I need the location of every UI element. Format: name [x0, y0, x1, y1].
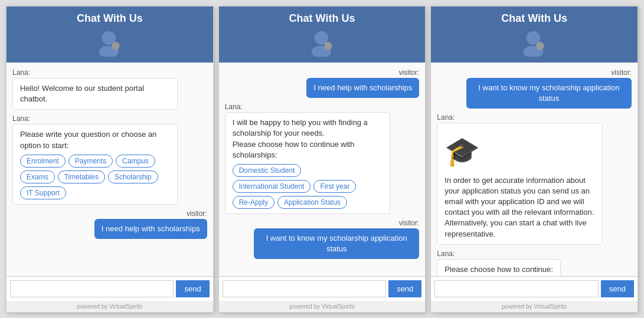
option-timetables[interactable]: Timetables: [58, 171, 105, 183]
option-buttons-2: Domestic Student International Student F…: [233, 164, 383, 209]
powered-by-3: powered by VirtualSpirits: [431, 301, 638, 312]
option-enrolment[interactable]: Enrolment: [20, 155, 66, 168]
sender-label: Lana:: [12, 114, 30, 123]
powered-by-1: powered by VirtualSpirits: [6, 301, 213, 312]
lana-bubble: Hello! Welcome to our student portal cha…: [12, 78, 178, 110]
chat-widget-3: Chat With Us visitor: I want to know my …: [430, 6, 638, 313]
visitor-bubble: I need help with scholarships: [94, 219, 207, 239]
avatar-icon-2: [308, 27, 337, 57]
chat-header-1: Chat With Us: [6, 6, 213, 63]
option-app-status[interactable]: Application Status: [277, 196, 347, 209]
option-first-year[interactable]: First year: [313, 180, 356, 193]
chat-messages-3: visitor: I want to know my scholarship a…: [431, 63, 638, 276]
option-domestic[interactable]: Domestic Student: [233, 164, 302, 177]
message-row: Lana: 🎓 In order to get accurate informa…: [437, 113, 632, 244]
message-row: visitor: I need help with scholarships: [12, 209, 207, 239]
send-button-3[interactable]: send: [601, 280, 634, 297]
powered-by-2: powered by VirtualSpirits: [219, 301, 426, 312]
chat-widget-2: Chat With Us visitor: I need help with s…: [218, 6, 426, 313]
chat-input-area-1: send: [6, 276, 213, 301]
chat-input-area-2: send: [219, 276, 426, 301]
send-button-2[interactable]: send: [388, 280, 421, 297]
visitor-bubble-2: I want to know my scholarship applicatio…: [254, 228, 419, 259]
chat-input-1[interactable]: [10, 280, 174, 297]
option-campus[interactable]: Campus: [116, 155, 155, 168]
option-scholarship[interactable]: Scholarship: [108, 171, 158, 183]
sender-label: Lana:: [437, 250, 455, 258]
message-row: Lana: Hello! Welcome to our student port…: [12, 68, 207, 110]
sender-label-visitor: visitor:: [187, 209, 207, 218]
message-row: visitor: I want to know my scholarship a…: [225, 219, 420, 259]
svg-point-5: [324, 42, 332, 50]
lana-bubble-scholarship: I will be happy to help you with finding…: [225, 112, 390, 214]
sender-label: Lana:: [12, 68, 30, 77]
svg-point-8: [537, 42, 544, 50]
chat-widget-1: Chat With Us Lana: Hello! Welcome to our…: [6, 6, 214, 313]
lana-bubble-grad: 🎓 In order to get accurate information a…: [437, 123, 602, 244]
option-buttons: Enrolment Payments Campus Exams Timetabl…: [20, 155, 170, 199]
chat-input-3[interactable]: [434, 280, 598, 297]
chat-input-2[interactable]: [223, 280, 386, 297]
message-row: visitor: I want to know my scholarship a…: [437, 68, 632, 109]
graduation-cap-icon: 🎓: [444, 132, 594, 171]
svg-point-2: [112, 42, 119, 50]
visitor-bubble-3: I want to know my scholarship applicatio…: [466, 78, 632, 109]
chat-messages-1: Lana: Hello! Welcome to our student port…: [6, 63, 213, 276]
avatar-icon-1: [95, 27, 125, 57]
option-re-apply[interactable]: Re-Apply: [233, 196, 274, 209]
sender-label: Lana:: [437, 113, 455, 122]
option-payments[interactable]: Payments: [68, 155, 113, 168]
message-row: Lana: Please choose how to continue:: [437, 250, 632, 276]
message-row: visitor: I need help with scholarships: [225, 68, 420, 98]
chat-messages-2: visitor: I need help with scholarships L…: [219, 63, 426, 276]
send-button-1[interactable]: send: [176, 280, 209, 297]
sender-label-visitor: visitor:: [399, 68, 420, 77]
visitor-bubble: I need help with scholarships: [306, 78, 419, 98]
option-international[interactable]: International Student: [233, 180, 311, 193]
option-it-support[interactable]: IT Support: [20, 186, 66, 199]
lana-bubble-options: Please write your question or choose an …: [12, 124, 178, 204]
header-title-1: Chat With Us: [77, 12, 143, 25]
avatar-icon-3: [519, 27, 549, 57]
option-exams[interactable]: Exams: [20, 171, 55, 183]
header-title-3: Chat With Us: [501, 12, 567, 25]
chat-input-area-3: send: [431, 276, 638, 301]
lana-bubble-continue: Please choose how to continue:: [437, 259, 561, 276]
message-row: Lana: I will be happy to help you with f…: [225, 103, 420, 214]
chat-header-3: Chat With Us: [431, 6, 638, 63]
header-title-2: Chat With Us: [289, 12, 355, 25]
chat-header-2: Chat With Us: [219, 6, 426, 63]
sender-label-visitor: visitor:: [399, 219, 420, 227]
sender-label: Lana:: [225, 103, 243, 111]
message-row: Lana: Please write your question or choo…: [12, 114, 207, 204]
sender-label-visitor: visitor:: [611, 68, 632, 77]
